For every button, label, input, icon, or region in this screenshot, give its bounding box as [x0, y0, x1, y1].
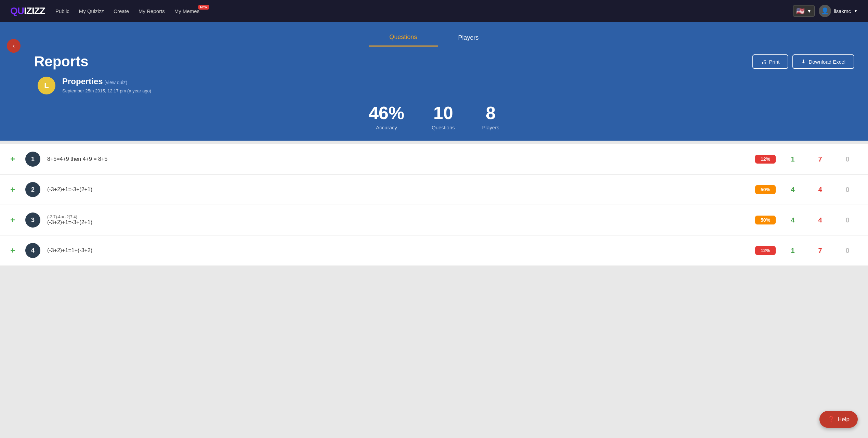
add-button-4[interactable]: +	[10, 246, 15, 255]
unanswered-count: 0	[837, 186, 858, 194]
accuracy-value: 46%	[369, 103, 404, 123]
nav-links: Public My Quizizz Create My Reports My M…	[55, 8, 783, 14]
header-section: Questions Players ‹ Reports 🖨 Print ⬇ Do…	[0, 22, 868, 141]
add-button-1[interactable]: +	[10, 154, 15, 164]
question-subtext: (-2·7)·4 = -2(7·4)	[47, 215, 748, 219]
quiz-name: Properties	[62, 77, 103, 86]
players-label: Players	[482, 125, 499, 130]
back-button[interactable]: ‹	[7, 39, 21, 53]
tab-players[interactable]: Players	[438, 29, 499, 47]
download-icon: ⬇	[801, 59, 806, 65]
question-text: (-3+2)+1=1+(-3+2)	[47, 247, 748, 254]
stats-row: 46% Accuracy 10 Questions 8 Players	[14, 103, 854, 130]
nav-create[interactable]: Create	[114, 8, 129, 14]
incorrect-count: 7	[810, 155, 830, 163]
accuracy-badge: 50%	[755, 185, 776, 194]
question-number: 2	[25, 182, 40, 197]
unanswered-count: 0	[837, 247, 858, 255]
nav-my-memes[interactable]: My Memes NEW	[174, 8, 199, 14]
correct-count: 1	[782, 247, 803, 255]
header-actions: 🖨 Print ⬇ Download Excel	[752, 54, 854, 69]
add-button-3[interactable]: +	[10, 215, 15, 225]
players-value: 8	[482, 103, 499, 123]
nav-right: 🇺🇸 ▼ 👤 lisakmc ▼	[793, 5, 858, 17]
logo: QUIZIZZ	[10, 5, 45, 16]
navbar: QUIZIZZ Public My Quizizz Create My Repo…	[0, 0, 868, 22]
accuracy-badge: 12%	[755, 246, 776, 255]
nav-my-quizizz[interactable]: My Quizizz	[79, 8, 104, 14]
tab-questions[interactable]: Questions	[369, 29, 437, 47]
question-number: 1	[25, 152, 40, 167]
question-number: 3	[25, 212, 40, 228]
accuracy-label: Accuracy	[369, 125, 404, 130]
table-row: + 3 (-2·7)·4 = -2(7·4) (-3+2)+1=-3+(2+1)…	[0, 205, 868, 235]
user-menu[interactable]: 👤 lisakmc ▼	[819, 5, 858, 17]
avatar: 👤	[819, 5, 831, 17]
view-quiz-link[interactable]: (view quiz)	[104, 80, 127, 85]
print-icon: 🖨	[761, 59, 766, 65]
table-row: + 4 (-3+2)+1=1+(-3+2) 12% 1 7 0	[0, 235, 868, 266]
questions-section: + 1 8+5=4+9 then 4+9 = 8+5 12% 1 7 0 + 2…	[0, 141, 868, 269]
help-icon: ❓	[828, 416, 835, 423]
language-selector[interactable]: 🇺🇸 ▼	[793, 5, 815, 17]
stat-players: 8 Players	[482, 103, 499, 130]
questions-label: Questions	[432, 125, 455, 130]
nav-my-reports[interactable]: My Reports	[139, 8, 165, 14]
quiz-date: September 25th 2015, 12:17 pm (a year ag…	[62, 88, 854, 93]
quiz-info-row: L Properties (view quiz) September 25th …	[38, 77, 854, 94]
unanswered-count: 0	[837, 216, 858, 224]
help-button[interactable]: ❓ Help	[819, 411, 858, 428]
table-row: + 1 8+5=4+9 then 4+9 = 8+5 12% 1 7 0	[0, 144, 868, 175]
questions-value: 10	[432, 103, 455, 123]
add-button-2[interactable]: +	[10, 185, 15, 194]
tabs-row: Questions Players	[14, 29, 854, 47]
accuracy-badge: 12%	[755, 155, 776, 164]
incorrect-count: 7	[810, 247, 830, 255]
download-excel-button[interactable]: ⬇ Download Excel	[792, 54, 854, 69]
incorrect-count: 4	[810, 216, 830, 224]
question-text: (-3+2)+1=-3+(2+1)	[47, 186, 748, 193]
accuracy-badge: 50%	[755, 216, 776, 224]
question-text: 8+5=4+9 then 4+9 = 8+5	[47, 156, 748, 162]
correct-count: 1	[782, 155, 803, 163]
quiz-icon: L	[38, 77, 55, 94]
stat-accuracy: 46% Accuracy	[369, 103, 404, 130]
correct-count: 4	[782, 186, 803, 194]
unanswered-count: 0	[837, 155, 858, 163]
print-button[interactable]: 🖨 Print	[752, 54, 789, 69]
table-row: + 2 (-3+2)+1=-3+(2+1) 50% 4 4 0	[0, 175, 868, 205]
header-top: ‹ Reports 🖨 Print ⬇ Download Excel	[14, 53, 854, 70]
stat-questions: 10 Questions	[432, 103, 455, 130]
new-badge: NEW	[198, 5, 209, 10]
incorrect-count: 4	[810, 186, 830, 194]
question-number: 4	[25, 243, 40, 258]
question-text: (-2·7)·4 = -2(7·4) (-3+2)+1=-3+(2+1)	[47, 215, 748, 226]
page-title: Reports	[34, 53, 89, 70]
nav-public[interactable]: Public	[55, 8, 69, 14]
username: lisakmc	[834, 8, 851, 14]
quiz-info: Properties (view quiz) September 25th 20…	[62, 77, 854, 93]
correct-count: 4	[782, 216, 803, 224]
